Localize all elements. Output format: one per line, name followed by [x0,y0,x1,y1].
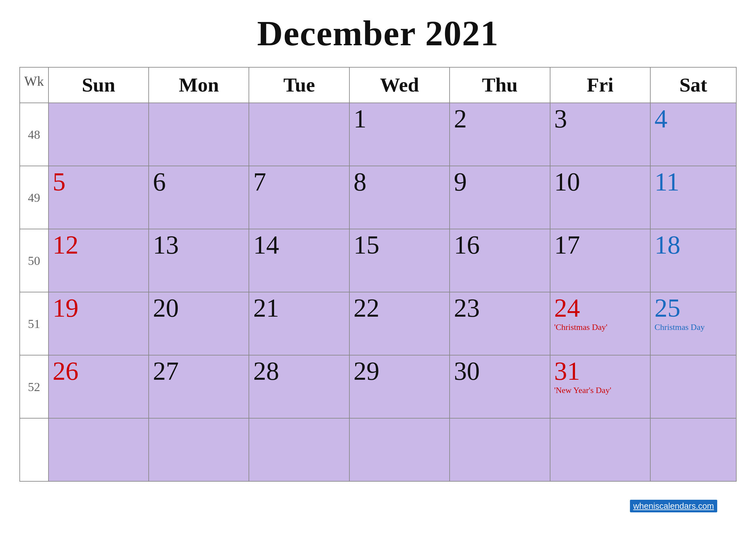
day-cell: 18 [650,229,736,292]
day-cell: 25Christmas Day [650,292,736,355]
day-cell: 17 [550,229,650,292]
day-number: 3 [554,106,646,132]
day-number: 16 [454,232,546,258]
day-cell: 14 [249,229,349,292]
empty-cell [650,418,736,481]
week-number-48: 48 [20,103,48,166]
day-cell: 28 [249,355,349,418]
day-cell [149,103,249,166]
wed-header: Wed [349,67,449,103]
day-cell: 7 [249,166,349,229]
day-number: 4 [655,106,732,132]
empty-cell [48,418,149,481]
week-number-52: 52 [20,355,48,418]
week-row-49: 49567891011 [20,166,736,229]
watermark-link[interactable]: wheniscalendars.com [630,500,717,512]
day-cell: 26 [48,355,149,418]
day-cell: 27 [149,355,249,418]
day-cell: 1 [349,103,449,166]
day-cell: 4 [650,103,736,166]
sat-header: Sat [650,67,736,103]
empty-cell [449,418,550,481]
day-cell: 15 [349,229,449,292]
day-number: 12 [53,232,145,258]
day-number: 27 [153,358,245,384]
wk-header: Wk [20,67,48,103]
day-cell [249,103,349,166]
day-number: 13 [153,232,245,258]
day-number: 10 [554,169,646,195]
day-cell: 20 [149,292,249,355]
day-number: 19 [53,295,145,321]
day-cell: 30 [449,355,550,418]
day-cell: 2 [449,103,550,166]
day-cell: 21 [249,292,349,355]
day-cell: 12 [48,229,149,292]
day-cell: 24'Christmas Day' [550,292,650,355]
day-cell: 6 [149,166,249,229]
day-number: 21 [253,295,345,321]
day-cell: 13 [149,229,249,292]
day-cell: 5 [48,166,149,229]
day-number: 11 [655,169,732,195]
calendar-table: Wk Sun Mon Tue Wed Thu Fri Sat 481234495… [19,67,737,482]
day-number: 9 [454,169,546,195]
week-row-51: 51192021222324'Christmas Day'25Christmas… [20,292,736,355]
week-row-50: 5012131415161718 [20,229,736,292]
day-number: 28 [253,358,345,384]
day-cell: 22 [349,292,449,355]
day-cell: 29 [349,355,449,418]
holiday-label: 'New Year's Day' [554,385,646,395]
calendar-wrapper: Wk Sun Mon Tue Wed Thu Fri Sat 481234495… [19,67,737,493]
day-number: 18 [655,232,732,258]
week-row-52: 52262728293031'New Year's Day' [20,355,736,418]
day-number: 31 [554,358,646,384]
header-row: Wk Sun Mon Tue Wed Thu Fri Sat [20,67,736,103]
day-cell: 9 [449,166,550,229]
day-number: 6 [153,169,245,195]
day-number: 8 [354,169,446,195]
week-number-49: 49 [20,166,48,229]
day-number: 14 [253,232,345,258]
thu-header: Thu [449,67,550,103]
sun-header: Sun [48,67,149,103]
day-number: 1 [354,106,446,132]
holiday-label: 'Christmas Day' [554,322,646,332]
day-number: 26 [53,358,145,384]
fri-header: Fri [550,67,650,103]
day-cell [650,355,736,418]
empty-cell [20,418,48,481]
day-cell: 19 [48,292,149,355]
page-title: December 2021 [257,13,499,54]
day-number: 2 [454,106,546,132]
day-number: 23 [454,295,546,321]
day-number: 30 [454,358,546,384]
week-number-50: 50 [20,229,48,292]
day-cell: 31'New Year's Day' [550,355,650,418]
day-number: 5 [53,169,145,195]
day-cell [48,103,149,166]
empty-cell [249,418,349,481]
week-row-48: 481234 [20,103,736,166]
day-number: 24 [554,295,646,321]
day-cell: 3 [550,103,650,166]
day-number: 7 [253,169,345,195]
day-number: 29 [354,358,446,384]
day-cell: 11 [650,166,736,229]
tue-header: Tue [249,67,349,103]
day-cell: 8 [349,166,449,229]
last-empty-row [20,418,736,481]
day-cell: 16 [449,229,550,292]
empty-cell [349,418,449,481]
day-number: 17 [554,232,646,258]
day-cell: 23 [449,292,550,355]
day-number: 15 [354,232,446,258]
holiday-label: Christmas Day [655,322,732,332]
mon-header: Mon [149,67,249,103]
day-cell: 10 [550,166,650,229]
day-number: 20 [153,295,245,321]
week-number-51: 51 [20,292,48,355]
empty-cell [149,418,249,481]
day-number: 25 [655,295,732,321]
footer: wheniscalendars.com [19,496,737,522]
